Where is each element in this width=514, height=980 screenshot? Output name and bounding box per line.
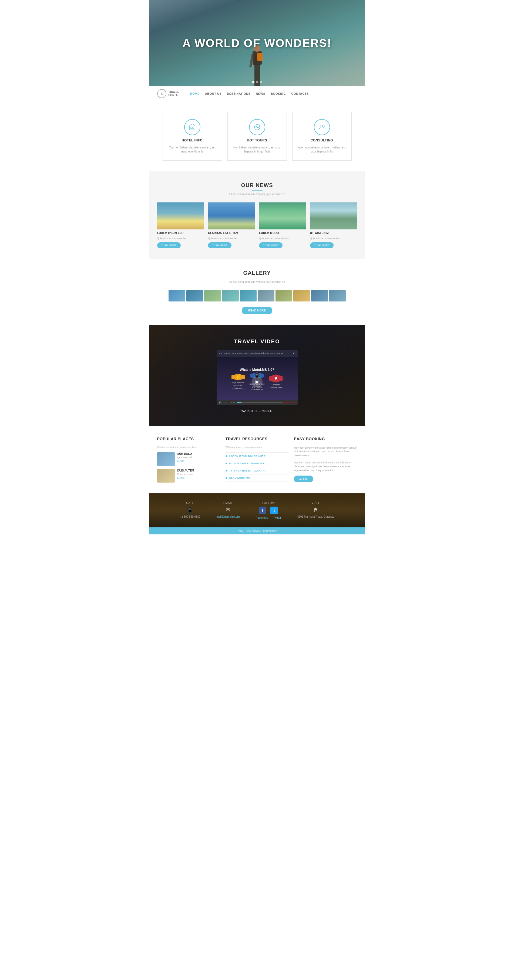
news-item-3: EODEM MODO Quis enim ad minim veniam REA… [259,202,306,248]
svg-marker-3 [189,124,196,126]
popular-item-1-text: SUM DOLO Quis enim ad more [177,452,192,463]
nav-home[interactable]: HOME [190,92,200,95]
nav-logo: ⊗ TRAVEL PORTAL [157,89,179,98]
popular-title: POPULAR PLACES [157,437,220,441]
video-icon-1: ⚡ High website speed and performance! [231,374,246,389]
gallery-thumb-8[interactable] [293,290,310,301]
video-icon-3: ♥ Fantastic functionality! [268,374,283,389]
facebook-icon[interactable]: f [259,507,266,514]
resource-item-1[interactable]: LOREM IPSUM DOLOR AMET [225,452,289,460]
gallery-divider [252,278,263,278]
popular-img-2 [157,469,175,482]
read-more-btn-3[interactable]: READ MORE [259,242,283,248]
play-button[interactable]: ▶ [252,377,263,387]
nav-about[interactable]: ABOUT US [205,92,222,95]
gallery-thumb-10[interactable] [329,290,346,301]
popular-subtitle: Claritas est etiam processus senten [157,446,220,449]
news-item-1: LOREM IPSUM ELIT Quis enim ad minim veni… [157,202,204,248]
phone-icon: 📱 [187,507,193,513]
news-title-4: UT WISI ENIM [310,232,357,235]
video-player: Introducing MotoCMS 3.0 - Website Builde… [217,350,298,405]
hex-lightning: ⚡ [231,374,245,380]
hero-dots [252,81,262,83]
nav-contacts[interactable]: CONTACTS [291,92,308,95]
svg-rect-0 [190,126,195,130]
news-desc-1: Quis enim ad minim veniam [157,237,204,240]
footer: CALL 📱 +1 800 559 6580 EMAIL ✉ mail@demo… [149,493,365,527]
gallery-thumb-9[interactable] [311,290,328,301]
popular-item-2: DUIS AUTEM Enim ad miusi more [157,469,220,482]
resource-item-2[interactable]: UT WISI ENIM AD MINIM VDI [225,460,289,467]
gallery-thumb-3[interactable] [204,290,221,301]
gallery-thumb-2[interactable] [186,290,203,301]
gallery-title: GALLERY [157,270,357,276]
gallery-thumb-6[interactable] [258,290,275,301]
twitter-link[interactable]: Twitter [273,516,281,519]
gallery-read-more-btn[interactable]: READ MORE [242,307,272,314]
video-icons-row: ⚡ High website speed and performance! 📱 … [231,374,283,389]
gallery-thumb-7[interactable] [276,290,292,301]
news-img-1 [157,202,204,229]
navigation: ⊗ TRAVEL PORTAL HOME ABOUT US DESTINATIO… [149,86,365,101]
gallery-btn-container: READ MORE [157,307,357,314]
resource-text-3: TYPI NON HABENT CLARITAT [229,469,266,472]
copyright-text: Travel Portal © 2015 | Privacy policy [238,530,276,532]
nav-news[interactable]: NEWS [256,92,265,95]
volume-icon[interactable]: 🔊 [219,401,222,404]
read-more-btn-2[interactable]: READ MORE [208,242,231,248]
booking-text-1: Nam liber tempor cum soluta nobis eleife… [294,446,357,458]
popular-img-1 [157,452,175,466]
footer-email: EMAIL ✉ mail@demolink.org [217,501,240,519]
popular-item-2-text: DUIS AUTEM Enim ad miusi more [177,469,194,479]
read-more-btn-1[interactable]: READ MORE [157,242,181,248]
footer-bottom: Travel Portal © 2015 | Privacy policy [149,527,365,535]
news-title: OUR NEWS [157,182,357,188]
popular-item-2-more[interactable]: more [177,477,194,479]
facebook-link[interactable]: Facebook [256,516,268,519]
svg-rect-1 [191,127,192,129]
footer-email-link[interactable]: mail@demolink.org [217,515,240,518]
nav-links: HOME ABOUT US DESTINATIONS NEWS BOOKING … [190,92,309,95]
nav-destinations[interactable]: DESTINATIONS [227,92,251,95]
video-header-text: Introducing MotoCMS 3.0 - Website Builde… [219,352,283,355]
resource-dot-2 [225,463,227,464]
resources-subtitle: Wittia est etiam processus senten [225,446,289,449]
footer-follow-label: FOLLOW [262,501,275,504]
resources-title: TRAVEL RESOURCES [225,437,289,441]
resource-item-4[interactable]: SEAM NUNC PUT [225,474,289,482]
booking-more-btn[interactable]: MORE [294,476,313,482]
news-title-1: LOREM IPSUM ELIT [157,232,204,235]
popular-item-1-more[interactable]: more [177,460,192,463]
popular-item-2-title: DUIS AUTEM [177,469,194,472]
footer-visit: VISIT ⚑ 8901 Marmora Road, Glasgow [297,501,334,519]
svg-rect-2 [193,127,194,129]
email-icon: ✉ [226,507,230,513]
hero-dot-3[interactable] [260,81,262,83]
video-section: TRAVEL VIDEO Introducing MotoCMS 3.0 - W… [149,325,365,426]
resource-item-3[interactable]: TYPI NON HABENT CLARITAT [225,467,289,474]
nav-booking[interactable]: BOOKING [271,92,286,95]
booking-text-2: Typi non habent claritatem insitam; est … [294,461,357,473]
gallery-thumb-5[interactable] [240,290,257,301]
news-desc-2: Quis enim ad minim veniam [208,237,255,240]
video-close-icon[interactable]: ✕ [292,352,295,355]
news-desc-3: Quis enim ad minim veniam [259,237,306,240]
video-content: What is MotoLMS 3.0? ⚡ High website spee… [217,357,298,400]
consulting-icon [314,119,330,135]
news-subtitle: Ut wisi enim ad minim veniam, quis nostr… [157,193,357,196]
gallery-thumb-4[interactable] [222,290,239,301]
hero-dot-1[interactable] [252,81,254,83]
read-more-btn-4[interactable]: READ MORE [310,242,334,248]
hotel-desc: Typi non habent claritatem insitam; est … [168,145,216,154]
news-section: OUR NEWS Ut wisi enim ad minim veniam, q… [149,171,365,259]
footer-phone: +1 800 559 6580 [180,515,200,518]
progress-track[interactable] [237,402,283,403]
gallery-thumb-1[interactable] [169,290,185,301]
popular-places-col: POPULAR PLACES Claritas est etiam proces… [157,437,220,482]
news-title-3: EODEM MODO [259,232,306,235]
twitter-icon[interactable]: t [270,507,278,514]
video-label-3: Fantastic functionality! [268,383,283,389]
svg-point-6 [322,125,324,127]
hero-dot-2[interactable] [256,81,258,83]
progress-fill [237,402,241,403]
